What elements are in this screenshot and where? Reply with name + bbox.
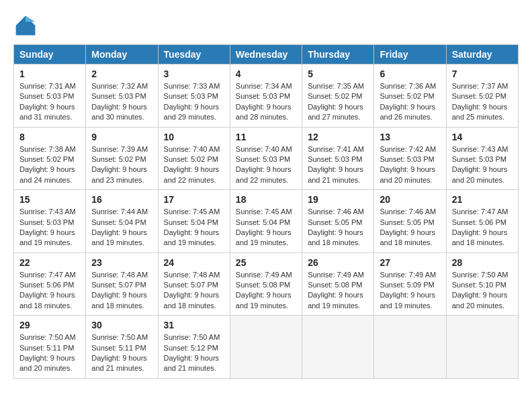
day-info: Sunrise: 7:34 AMSunset: 5:03 PMDaylight:… bbox=[236, 82, 292, 121]
calendar-cell: 10 Sunrise: 7:40 AMSunset: 5:02 PMDaylig… bbox=[158, 127, 230, 190]
day-number: 9 bbox=[91, 132, 152, 142]
day-number: 30 bbox=[91, 320, 152, 330]
calendar-cell: 11 Sunrise: 7:40 AMSunset: 5:03 PMDaylig… bbox=[230, 127, 302, 190]
calendar-cell: 5 Sunrise: 7:35 AMSunset: 5:02 PMDayligh… bbox=[302, 64, 374, 128]
calendar-cell: 6 Sunrise: 7:36 AMSunset: 5:02 PMDayligh… bbox=[374, 64, 446, 128]
day-number: 11 bbox=[236, 132, 296, 142]
calendar-cell: 24 Sunrise: 7:48 AMSunset: 5:07 PMDaylig… bbox=[158, 253, 230, 316]
calendar-cell: 4 Sunrise: 7:34 AMSunset: 5:03 PMDayligh… bbox=[230, 64, 302, 128]
calendar-cell: 14 Sunrise: 7:43 AMSunset: 5:03 PMDaylig… bbox=[446, 127, 518, 190]
day-header-saturday: Saturday bbox=[446, 45, 518, 64]
day-number: 24 bbox=[164, 257, 224, 268]
day-headers-row: SundayMondayTuesdayWednesdayThursdayFrid… bbox=[14, 45, 519, 64]
day-number: 3 bbox=[164, 68, 224, 79]
day-info: Sunrise: 7:49 AMSunset: 5:09 PMDaylight:… bbox=[380, 271, 436, 310]
day-number: 1 bbox=[19, 68, 80, 79]
day-number: 4 bbox=[236, 68, 296, 79]
calendar-cell: 3 Sunrise: 7:33 AMSunset: 5:03 PMDayligh… bbox=[158, 64, 230, 128]
day-number: 13 bbox=[380, 132, 440, 142]
week-row-3: 15 Sunrise: 7:43 AMSunset: 5:03 PMDaylig… bbox=[14, 190, 519, 253]
calendar-cell: 9 Sunrise: 7:39 AMSunset: 5:02 PMDayligh… bbox=[86, 127, 158, 190]
day-info: Sunrise: 7:42 AMSunset: 5:03 PMDaylight:… bbox=[380, 145, 436, 184]
calendar-cell bbox=[302, 316, 374, 379]
calendar-cell bbox=[230, 316, 302, 379]
calendar-cell: 19 Sunrise: 7:46 AMSunset: 5:05 PMDaylig… bbox=[302, 190, 374, 253]
day-number: 28 bbox=[452, 257, 513, 268]
day-header-monday: Monday bbox=[86, 45, 158, 64]
day-info: Sunrise: 7:48 AMSunset: 5:07 PMDaylight:… bbox=[91, 271, 148, 310]
day-header-tuesday: Tuesday bbox=[158, 45, 230, 64]
day-number: 31 bbox=[164, 320, 224, 330]
calendar-cell: 2 Sunrise: 7:32 AMSunset: 5:03 PMDayligh… bbox=[86, 64, 158, 128]
calendar-cell: 21 Sunrise: 7:47 AMSunset: 5:06 PMDaylig… bbox=[446, 190, 518, 253]
day-info: Sunrise: 7:31 AMSunset: 5:03 PMDaylight:… bbox=[19, 82, 76, 121]
week-row-1: 1 Sunrise: 7:31 AMSunset: 5:03 PMDayligh… bbox=[14, 64, 519, 128]
week-row-5: 29 Sunrise: 7:50 AMSunset: 5:11 PMDaylig… bbox=[14, 316, 519, 379]
day-number: 29 bbox=[19, 320, 80, 330]
day-number: 7 bbox=[452, 68, 513, 79]
calendar-cell: 16 Sunrise: 7:44 AMSunset: 5:04 PMDaylig… bbox=[86, 190, 158, 253]
day-info: Sunrise: 7:33 AMSunset: 5:03 PMDaylight:… bbox=[164, 82, 220, 121]
day-number: 19 bbox=[308, 194, 368, 205]
day-info: Sunrise: 7:46 AMSunset: 5:05 PMDaylight:… bbox=[380, 208, 436, 246]
header bbox=[13, 13, 519, 38]
calendar-cell bbox=[374, 316, 446, 379]
day-info: Sunrise: 7:45 AMSunset: 5:04 PMDaylight:… bbox=[236, 208, 292, 246]
calendar-cell: 18 Sunrise: 7:45 AMSunset: 5:04 PMDaylig… bbox=[230, 190, 302, 253]
day-info: Sunrise: 7:41 AMSunset: 5:03 PMDaylight:… bbox=[308, 145, 364, 184]
calendar-cell: 8 Sunrise: 7:38 AMSunset: 5:02 PMDayligh… bbox=[14, 127, 86, 190]
day-number: 8 bbox=[19, 132, 80, 142]
day-info: Sunrise: 7:50 AMSunset: 5:10 PMDaylight:… bbox=[452, 271, 508, 310]
day-header-friday: Friday bbox=[374, 45, 446, 64]
day-info: Sunrise: 7:50 AMSunset: 5:11 PMDaylight:… bbox=[91, 333, 148, 372]
day-number: 15 bbox=[19, 194, 80, 205]
calendar-cell: 31 Sunrise: 7:50 AMSunset: 5:12 PMDaylig… bbox=[158, 316, 230, 379]
calendar-cell: 28 Sunrise: 7:50 AMSunset: 5:10 PMDaylig… bbox=[446, 253, 518, 316]
calendar-cell: 22 Sunrise: 7:47 AMSunset: 5:06 PMDaylig… bbox=[14, 253, 86, 316]
day-number: 2 bbox=[91, 68, 152, 79]
day-info: Sunrise: 7:36 AMSunset: 5:02 PMDaylight:… bbox=[380, 82, 436, 121]
day-number: 26 bbox=[308, 257, 368, 268]
day-number: 5 bbox=[308, 68, 368, 79]
day-number: 27 bbox=[380, 257, 440, 268]
day-info: Sunrise: 7:40 AMSunset: 5:03 PMDaylight:… bbox=[236, 145, 292, 184]
calendar-cell: 30 Sunrise: 7:50 AMSunset: 5:11 PMDaylig… bbox=[86, 316, 158, 379]
day-info: Sunrise: 7:48 AMSunset: 5:07 PMDaylight:… bbox=[164, 271, 220, 310]
day-number: 17 bbox=[164, 194, 224, 205]
day-number: 25 bbox=[236, 257, 296, 268]
day-info: Sunrise: 7:37 AMSunset: 5:02 PMDaylight:… bbox=[452, 82, 508, 121]
day-info: Sunrise: 7:47 AMSunset: 5:06 PMDaylight:… bbox=[452, 208, 508, 246]
svg-marker-1 bbox=[26, 16, 35, 22]
logo bbox=[13, 13, 42, 38]
week-row-2: 8 Sunrise: 7:38 AMSunset: 5:02 PMDayligh… bbox=[14, 127, 519, 190]
day-info: Sunrise: 7:50 AMSunset: 5:11 PMDaylight:… bbox=[19, 333, 76, 372]
day-header-sunday: Sunday bbox=[14, 45, 86, 64]
day-number: 20 bbox=[380, 194, 440, 205]
day-info: Sunrise: 7:50 AMSunset: 5:12 PMDaylight:… bbox=[164, 333, 220, 372]
calendar-cell: 13 Sunrise: 7:42 AMSunset: 5:03 PMDaylig… bbox=[374, 127, 446, 190]
day-number: 22 bbox=[19, 257, 80, 268]
logo-icon bbox=[13, 13, 38, 38]
day-info: Sunrise: 7:49 AMSunset: 5:08 PMDaylight:… bbox=[236, 271, 292, 310]
calendar-table: SundayMondayTuesdayWednesdayThursdayFrid… bbox=[13, 44, 519, 379]
calendar-cell: 27 Sunrise: 7:49 AMSunset: 5:09 PMDaylig… bbox=[374, 253, 446, 316]
day-number: 23 bbox=[91, 257, 152, 268]
day-info: Sunrise: 7:43 AMSunset: 5:03 PMDaylight:… bbox=[19, 208, 76, 246]
calendar-cell: 1 Sunrise: 7:31 AMSunset: 5:03 PMDayligh… bbox=[14, 64, 86, 128]
day-number: 10 bbox=[164, 132, 224, 142]
day-info: Sunrise: 7:39 AMSunset: 5:02 PMDaylight:… bbox=[91, 145, 148, 184]
day-number: 16 bbox=[91, 194, 152, 205]
day-number: 14 bbox=[452, 132, 513, 142]
day-number: 18 bbox=[236, 194, 296, 205]
calendar-cell: 12 Sunrise: 7:41 AMSunset: 5:03 PMDaylig… bbox=[302, 127, 374, 190]
calendar-cell: 20 Sunrise: 7:46 AMSunset: 5:05 PMDaylig… bbox=[374, 190, 446, 253]
calendar-cell: 25 Sunrise: 7:49 AMSunset: 5:08 PMDaylig… bbox=[230, 253, 302, 316]
calendar-cell: 29 Sunrise: 7:50 AMSunset: 5:11 PMDaylig… bbox=[14, 316, 86, 379]
calendar-cell: 26 Sunrise: 7:49 AMSunset: 5:08 PMDaylig… bbox=[302, 253, 374, 316]
calendar-cell: 23 Sunrise: 7:48 AMSunset: 5:07 PMDaylig… bbox=[86, 253, 158, 316]
day-info: Sunrise: 7:40 AMSunset: 5:02 PMDaylight:… bbox=[164, 145, 220, 184]
calendar-cell: 15 Sunrise: 7:43 AMSunset: 5:03 PMDaylig… bbox=[14, 190, 86, 253]
calendar-cell bbox=[446, 316, 518, 379]
day-info: Sunrise: 7:35 AMSunset: 5:02 PMDaylight:… bbox=[308, 82, 364, 121]
day-number: 21 bbox=[452, 194, 513, 205]
